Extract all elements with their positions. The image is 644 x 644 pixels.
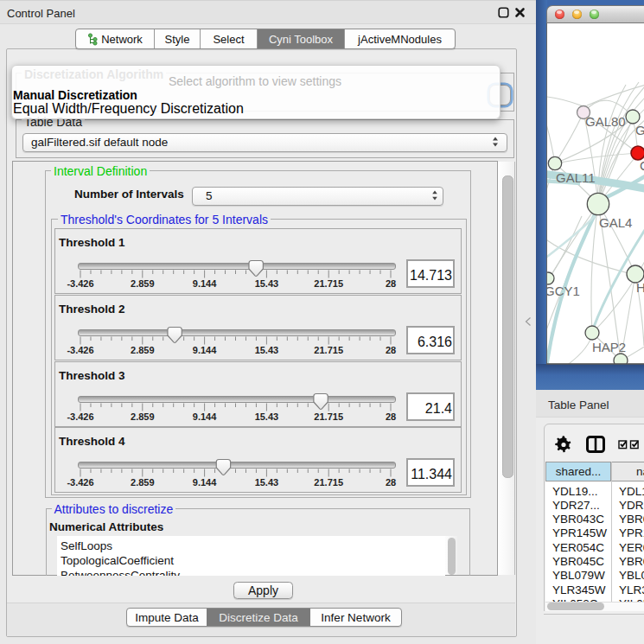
svg-text:CD: CD (640, 158, 644, 173)
svg-text:GCY1: GCY1 (547, 284, 580, 298)
svg-text:HAP2: HAP2 (592, 340, 626, 354)
svg-text:HI: HI (636, 280, 644, 295)
svg-text:GAL80: GAL80 (585, 114, 626, 129)
svg-text:GAL1: GAL1 (635, 123, 644, 137)
svg-text:GAL11: GAL11 (556, 170, 596, 185)
svg-text:GAL4: GAL4 (599, 215, 632, 230)
